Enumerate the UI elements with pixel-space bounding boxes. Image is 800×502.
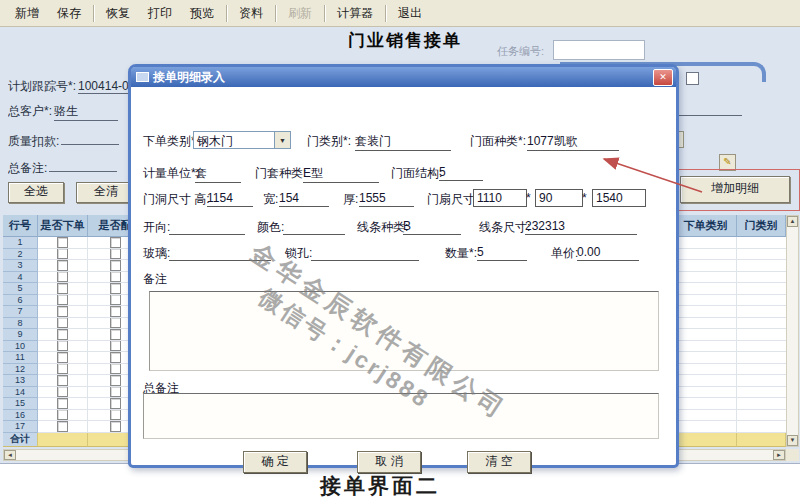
ordered-checkbox[interactable] — [57, 272, 68, 283]
ordered-checkbox[interactable] — [57, 387, 68, 398]
ordered-checkbox[interactable] — [57, 260, 68, 271]
plan-no-value[interactable]: 100414-001 — [78, 79, 130, 94]
frame-type-field[interactable]: E型 — [303, 165, 379, 183]
allocated-checkbox[interactable] — [110, 318, 121, 329]
ordered-checkbox[interactable] — [57, 375, 68, 386]
ordered-checkbox[interactable] — [57, 329, 68, 340]
toolbar-exit-button[interactable]: 退出 — [389, 2, 431, 25]
leaf-height-input[interactable]: 90 — [535, 189, 583, 207]
allocated-checkbox[interactable] — [110, 352, 121, 363]
unit-price-field[interactable]: 0.00 — [577, 245, 639, 261]
close-icon[interactable]: ✕ — [653, 69, 673, 86]
allocated-checkbox[interactable] — [110, 341, 121, 352]
dialog-title-bar[interactable]: 接单明细录入 ✕ — [131, 67, 676, 87]
toolbar-save-button[interactable]: 保存 — [48, 2, 90, 25]
col-header-door-category[interactable]: 门类别 — [737, 215, 786, 237]
allocated-checkbox[interactable] — [110, 237, 121, 248]
task-no-input[interactable] — [553, 40, 645, 60]
hole-height-field[interactable]: 1154 — [207, 191, 253, 207]
scroll-up-icon[interactable]: ▲ — [787, 216, 798, 227]
toolbar-new-button[interactable]: 新增 — [6, 2, 48, 25]
leaf-width-input[interactable]: 1110 — [473, 189, 527, 207]
frame-type-label: 门套种类: — [255, 165, 306, 182]
select-all-button[interactable]: 全选 — [8, 182, 64, 203]
multiply-sign: * — [526, 191, 531, 205]
ordered-checkbox[interactable] — [57, 341, 68, 352]
scrollbar-corner — [786, 449, 799, 461]
toolbar-data-button[interactable]: 资料 — [230, 2, 272, 25]
allocated-checkbox[interactable] — [110, 329, 121, 340]
toolbar-restore-button[interactable]: 恢复 — [97, 2, 139, 25]
scroll-left-icon[interactable]: ◄ — [4, 450, 16, 460]
allocated-checkbox[interactable] — [110, 398, 121, 409]
door-category-field[interactable]: 套装门 — [355, 133, 451, 151]
ordered-checkbox[interactable] — [57, 295, 68, 306]
line-type-field[interactable]: B — [403, 219, 461, 235]
allocated-checkbox[interactable] — [110, 249, 121, 260]
clear-all-button[interactable]: 全清 — [76, 182, 136, 203]
leaf-thickness-input[interactable]: 1540 — [592, 189, 646, 207]
ordered-checkbox[interactable] — [57, 283, 68, 294]
unit-price-label: 单价: — [551, 245, 578, 262]
allocated-checkbox[interactable] — [110, 387, 121, 398]
total-remark-textarea[interactable] — [143, 393, 659, 439]
allocated-checkbox[interactable] — [110, 283, 121, 294]
scroll-right-icon[interactable]: ► — [773, 450, 785, 460]
order-detail-dialog: 接单明细录入 ✕ 下单类别*: 钢木门 ▼ 门类别*: 套装门 门面种类*: 1… — [128, 64, 679, 468]
cancel-button[interactable]: 取 消 — [357, 451, 421, 473]
allocated-checkbox[interactable] — [110, 272, 121, 283]
allocated-checkbox[interactable] — [110, 410, 121, 421]
line-type-label: 线条种类: — [357, 219, 408, 236]
ordered-checkbox[interactable] — [57, 249, 68, 260]
open-direction-field[interactable] — [169, 219, 245, 235]
line-size-label: 线条尺寸: — [479, 219, 530, 236]
allocated-checkbox[interactable] — [110, 375, 121, 386]
quantity-field[interactable]: 5 — [477, 245, 527, 261]
order-category-value: 钢木门 — [194, 132, 274, 148]
ok-button[interactable]: 确 定 — [243, 451, 307, 473]
glass-field[interactable] — [169, 245, 271, 261]
ordered-checkbox[interactable] — [57, 398, 68, 409]
ordered-checkbox[interactable] — [57, 421, 68, 432]
hole-thickness-field[interactable]: 1555 — [359, 191, 414, 207]
col-header-order-category[interactable]: 下单类别 — [675, 215, 737, 237]
toolbar-calculator-button[interactable]: 计算器 — [328, 2, 382, 25]
row-number: 9 — [3, 329, 38, 341]
unit-field[interactable]: 套 — [195, 165, 241, 183]
remark-textarea[interactable] — [149, 291, 659, 371]
app-window: 新增 保存 恢复 打印 预览 资料 刷新 计算器 退出 门业销售接单 任务编号:… — [0, 0, 800, 502]
allocated-checkbox[interactable] — [110, 295, 121, 306]
chevron-down-icon[interactable]: ▼ — [274, 132, 290, 148]
ordered-checkbox[interactable] — [57, 364, 68, 375]
flag-checkbox[interactable] — [686, 72, 699, 85]
page-title: 门业销售接单 — [330, 29, 480, 52]
hole-width-field[interactable]: 154 — [279, 191, 329, 207]
clear-button[interactable]: 清 空 — [467, 451, 531, 473]
ordered-checkbox[interactable] — [57, 306, 68, 317]
face-type-field[interactable]: 1077凯歌 — [527, 133, 619, 151]
ordered-checkbox[interactable] — [57, 352, 68, 363]
allocated-checkbox[interactable] — [110, 260, 121, 271]
allocated-checkbox[interactable] — [110, 421, 121, 432]
toolbar-preview-button[interactable]: 预览 — [181, 2, 223, 25]
face-structure-field[interactable]: 5 — [439, 165, 483, 181]
allocated-checkbox[interactable] — [110, 306, 121, 317]
allocated-checkbox[interactable] — [110, 364, 121, 375]
lock-hole-field[interactable] — [311, 245, 419, 261]
total-remark-value[interactable] — [49, 157, 117, 172]
vertical-scrollbar[interactable]: ▲ ▼ — [786, 215, 799, 447]
line-size-field[interactable]: 232313 — [525, 219, 637, 235]
customer-value[interactable]: 骆生 — [54, 103, 118, 121]
color-field[interactable] — [283, 219, 345, 235]
toolbar-print-button[interactable]: 打印 — [139, 2, 181, 25]
ordered-checkbox[interactable] — [57, 410, 68, 421]
ordered-checkbox[interactable] — [57, 237, 68, 248]
deduction-value[interactable] — [61, 130, 119, 145]
ordered-checkbox[interactable] — [57, 318, 68, 329]
col-header-ordered[interactable]: 是否下单 — [38, 215, 88, 237]
plan-no-label: 计划跟踪号*: — [8, 79, 76, 93]
order-category-select[interactable]: 钢木门 ▼ — [193, 131, 291, 149]
scroll-down-icon[interactable]: ▼ — [787, 435, 798, 446]
row-number: 11 — [3, 352, 38, 364]
col-header-row-no[interactable]: 行号 — [3, 215, 38, 237]
